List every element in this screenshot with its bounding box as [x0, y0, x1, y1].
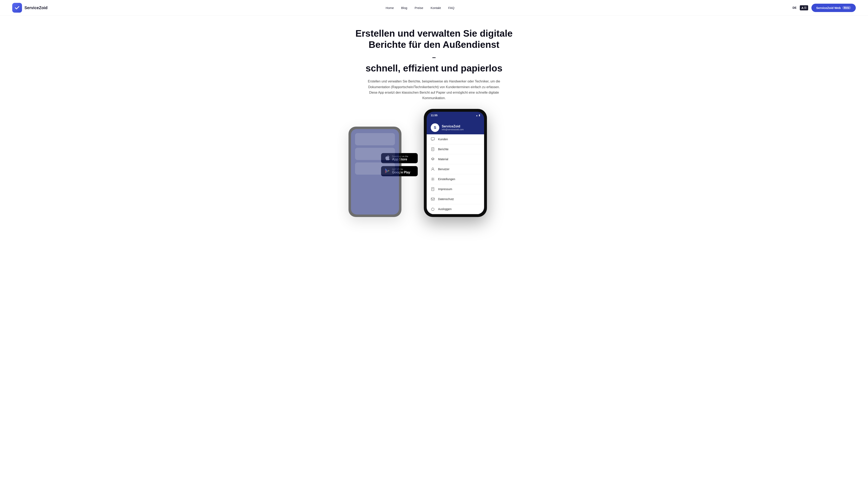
drawer-berichte-label: Berichte: [438, 148, 448, 151]
nav-home[interactable]: Home: [386, 6, 394, 9]
doc-text-icon: [431, 187, 435, 191]
drawer-benutzer-label: Benutzer: [438, 167, 450, 171]
nav-preise[interactable]: Preise: [415, 6, 424, 9]
navbar-brand: ServiceZoid: [12, 3, 48, 12]
drawer-datenschutz-label: Datenschutz: [438, 197, 454, 201]
lang-label: DE: [793, 6, 796, 9]
hero-title-line2: Berichte für den Außendienst: [369, 39, 499, 50]
drawer-item-material[interactable]: Material: [427, 154, 484, 164]
drawer-item-benutzer[interactable]: Benutzer: [427, 164, 484, 174]
app-drawer: Kunden: [427, 134, 484, 214]
navbar-right: DE A ☷ ServiceZoid Web Beta: [793, 4, 856, 12]
nav-kontakt[interactable]: Kontakt: [431, 6, 441, 9]
beta-badge: Beta: [842, 6, 851, 9]
hero-text: Erstellen und verwalten Sie digitale Ber…: [351, 16, 517, 109]
drawer-item-einstellungen[interactable]: Einstellungen: [427, 174, 484, 184]
drawer-item-ausloggen[interactable]: Ausloggen: [427, 204, 484, 214]
phone-frame: 11:55 ▲ ▮ S ServiceZoid info@servicez: [424, 109, 487, 217]
doc-icon: [431, 147, 435, 151]
phone-mockup: 11:55 ▲ ▮ S ServiceZoid info@servicez: [424, 109, 487, 217]
brand-name: ServiceZoid: [24, 5, 48, 10]
translate-icon: ☷: [804, 6, 807, 9]
status-icons: ▲ ▮: [476, 114, 480, 117]
svg-rect-0: [431, 138, 434, 140]
drawer-item-berichte[interactable]: Berichte: [427, 144, 484, 154]
hero-subtitle: schnell, effizient und papierlos: [366, 63, 502, 74]
svg-point-6: [432, 179, 433, 180]
drawer-impressum-label: Impressum: [438, 188, 452, 191]
logo-icon: [12, 3, 22, 12]
power-icon: [431, 207, 435, 211]
hero-title-line1: Erstellen und verwalten Sie digitale: [355, 28, 513, 39]
drawer-material-label: Material: [438, 158, 448, 161]
phone-screen: 11:55 ▲ ▮ S ServiceZoid info@servicez: [427, 112, 484, 214]
drawer-item-datenschutz[interactable]: Datenschutz: [427, 194, 484, 204]
mail-icon: [431, 197, 435, 201]
hero-dash: –: [432, 54, 436, 61]
translate-a-icon: A: [801, 6, 804, 9]
svg-point-5: [432, 168, 434, 169]
phone-area: Download on the App Store: [322, 109, 546, 217]
nav-faq[interactable]: FAQ: [448, 6, 454, 9]
phone-behind: [348, 127, 401, 217]
translate-button[interactable]: A ☷: [800, 5, 808, 10]
layers-icon: [431, 157, 435, 161]
navbar: ServiceZoid Home Blog Preise Kontakt FAQ…: [0, 0, 868, 16]
app-avatar: S: [431, 123, 439, 132]
app-name: ServiceZoid: [442, 125, 464, 128]
app-email: info@servicezoid.com: [442, 128, 464, 131]
hero-description: Erstellen und verwalten Sie Berichte, be…: [365, 78, 503, 101]
status-time: 11:55: [431, 114, 437, 117]
nav-blog[interactable]: Blog: [401, 6, 407, 9]
battery-icon: ▮: [479, 114, 480, 117]
navbar-links: Home Blog Preise Kontakt FAQ: [386, 6, 454, 9]
user-icon: [431, 167, 435, 171]
cta-label: ServiceZoid Web: [816, 6, 841, 9]
drawer-kunden-label: Kunden: [438, 138, 448, 141]
drawer-einstellungen-label: Einstellungen: [438, 178, 455, 181]
app-drawer-header: S ServiceZoid info@servicezoid.com: [427, 120, 484, 134]
drawer-ausloggen-label: Ausloggen: [438, 207, 452, 211]
chat-icon: [431, 137, 435, 141]
gear-icon: [431, 177, 435, 181]
drawer-item-kunden[interactable]: Kunden: [427, 134, 484, 144]
page-layout: Erstellen und verwalten Sie digitale Ber…: [0, 16, 868, 481]
svg-rect-10: [431, 198, 434, 200]
drawer-item-impressum[interactable]: Impressum: [427, 184, 484, 194]
wifi-icon: ▲: [476, 114, 478, 117]
app-header-text: ServiceZoid info@servicezoid.com: [442, 125, 464, 131]
hero-section: Erstellen und verwalten Sie digitale Ber…: [0, 16, 868, 217]
status-bar: 11:55 ▲ ▮: [427, 112, 484, 118]
cta-button[interactable]: ServiceZoid Web Beta: [811, 4, 856, 12]
phone-behind-screen: [351, 129, 399, 215]
hero-title: Erstellen und verwalten Sie digitale Ber…: [355, 28, 513, 50]
